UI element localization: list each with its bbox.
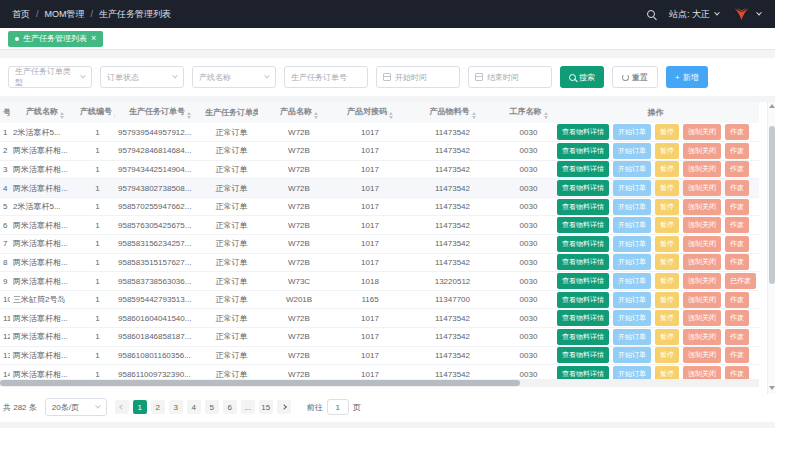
- next-page-button[interactable]: [277, 400, 291, 414]
- tab-production-task-list[interactable]: 生产任务管理列表 ×: [8, 31, 103, 47]
- pause-button[interactable]: 暂停: [655, 199, 679, 215]
- void-button[interactable]: 作废: [725, 329, 749, 345]
- view-material-details-button[interactable]: 查看物料详情: [557, 347, 609, 363]
- horizontal-scrollbar-thumb[interactable]: [0, 380, 520, 386]
- force-close-button[interactable]: 强制关闭: [683, 329, 721, 345]
- sort-icon[interactable]: [60, 112, 64, 119]
- table-row[interactable]: 12 两米活塞杆相... 1 958601846858187... 正常订单 W…: [0, 328, 759, 347]
- view-material-details-button[interactable]: 查看物料详情: [557, 273, 609, 289]
- start-order-button[interactable]: 开始订单: [613, 199, 651, 215]
- force-close-button[interactable]: 强制关闭: [683, 161, 721, 177]
- pause-button[interactable]: 暂停: [655, 347, 679, 363]
- view-material-details-button[interactable]: 查看物料详情: [557, 199, 609, 215]
- pause-button[interactable]: 暂停: [655, 329, 679, 345]
- vertical-scrollbar[interactable]: [767, 102, 775, 394]
- user-menu[interactable]: [733, 7, 761, 22]
- sort-icon[interactable]: [389, 112, 393, 119]
- start-order-button[interactable]: 开始订单: [613, 347, 651, 363]
- page-button-2[interactable]: 2: [151, 400, 165, 414]
- table-row[interactable]: 14 两米活塞杆相... 1 958611009732390... 正常订单 W…: [0, 365, 759, 379]
- page-button-3[interactable]: 3: [169, 400, 183, 414]
- pause-button[interactable]: 暂停: [655, 161, 679, 177]
- start-order-button[interactable]: 开始订单: [613, 292, 651, 308]
- force-close-button[interactable]: 强制关闭: [683, 292, 721, 308]
- view-material-details-button[interactable]: 查看物料详情: [557, 217, 609, 233]
- force-close-button[interactable]: 强制关闭: [683, 310, 721, 326]
- end-time-field[interactable]: [468, 66, 552, 88]
- start-time-input[interactable]: [395, 73, 453, 82]
- table-row[interactable]: 11 两米活塞杆相... 1 958601604041540... 正常订单 W…: [0, 309, 759, 328]
- start-order-button[interactable]: 开始订单: [613, 329, 651, 345]
- site-selector[interactable]: 站点: 大正: [669, 8, 719, 21]
- sort-icon[interactable]: [544, 112, 548, 119]
- sort-icon[interactable]: [314, 112, 318, 119]
- col-product-name[interactable]: 产品名称: [258, 102, 340, 123]
- col-product-dock-code[interactable]: 产品对接码: [340, 102, 400, 123]
- void-button[interactable]: 作废: [725, 236, 749, 252]
- pause-button[interactable]: 暂停: [655, 217, 679, 233]
- page-button-5[interactable]: 5: [205, 400, 219, 414]
- add-button[interactable]: + 新增: [666, 66, 708, 88]
- page-button-4[interactable]: 4: [187, 400, 201, 414]
- col-line-code[interactable]: 产线编号: [80, 102, 115, 123]
- start-order-button[interactable]: 开始订单: [613, 217, 651, 233]
- start-order-button[interactable]: 开始订单: [613, 366, 651, 379]
- start-order-button[interactable]: 开始订单: [613, 161, 651, 177]
- start-order-button[interactable]: 开始订单: [613, 273, 651, 289]
- table-row[interactable]: 3 两米活塞杆相... 1 957943442514904... 正常订单 W7…: [0, 160, 759, 179]
- sort-icon[interactable]: [114, 112, 115, 119]
- breadcrumb-home[interactable]: 首页: [12, 8, 30, 21]
- force-close-button[interactable]: 强制关闭: [683, 273, 721, 289]
- order-no-input[interactable]: [291, 73, 361, 82]
- end-time-input[interactable]: [487, 73, 545, 82]
- force-close-button[interactable]: 强制关闭: [683, 124, 721, 140]
- pause-button[interactable]: 暂停: [655, 366, 679, 379]
- line-name-select[interactable]: 产线名称: [192, 66, 276, 88]
- start-order-button[interactable]: 开始订单: [613, 254, 651, 270]
- pause-button[interactable]: 暂停: [655, 143, 679, 159]
- order-type-select[interactable]: 生产任务订单类型: [8, 66, 92, 88]
- force-close-button[interactable]: 强制关闭: [683, 254, 721, 270]
- force-close-button[interactable]: 强制关闭: [683, 143, 721, 159]
- force-close-button[interactable]: 强制关闭: [683, 366, 721, 379]
- void-button[interactable]: 作废: [725, 217, 749, 233]
- reset-button[interactable]: 重置: [612, 66, 658, 88]
- force-close-button[interactable]: 强制关闭: [683, 217, 721, 233]
- table-row[interactable]: 7 两米活塞杆相... 1 958583156234257... 正常订单 W7…: [0, 235, 759, 254]
- start-order-button[interactable]: 开始订单: [613, 310, 651, 326]
- void-button[interactable]: 作废: [725, 199, 749, 215]
- view-material-details-button[interactable]: 查看物料详情: [557, 124, 609, 140]
- table-row[interactable]: 8 两米活塞杆相... 1 958583515157627... 正常订单 W7…: [0, 253, 759, 272]
- col-line-name[interactable]: 产线名称: [10, 102, 80, 123]
- table-row[interactable]: 5 2米活塞杆5... 1 958570255947662... 正常订单 W7…: [0, 197, 759, 216]
- force-close-button[interactable]: 强制关闭: [683, 199, 721, 215]
- view-material-details-button[interactable]: 查看物料详情: [557, 366, 609, 379]
- start-time-field[interactable]: [376, 66, 460, 88]
- table-row[interactable]: 10 三米缸筒2号岛 1 958595442793513... 正常订单 W20…: [0, 290, 759, 309]
- sort-icon[interactable]: [472, 112, 476, 119]
- prev-page-button[interactable]: [115, 400, 129, 414]
- void-button[interactable]: 作废: [725, 310, 749, 326]
- view-material-details-button[interactable]: 查看物料详情: [557, 254, 609, 270]
- page-button-6[interactable]: 6: [223, 400, 237, 414]
- start-order-button[interactable]: 开始订单: [613, 180, 651, 196]
- pause-button[interactable]: 暂停: [655, 310, 679, 326]
- start-order-button[interactable]: 开始订单: [613, 143, 651, 159]
- page-button-15[interactable]: 15: [259, 400, 273, 414]
- page-button-1[interactable]: 1: [133, 400, 147, 414]
- void-button[interactable]: 作废: [725, 254, 749, 270]
- start-order-button[interactable]: 开始订单: [613, 124, 651, 140]
- search-icon[interactable]: [647, 10, 655, 18]
- breadcrumb-mom[interactable]: MOM管理: [45, 8, 85, 21]
- force-close-button[interactable]: 强制关闭: [683, 347, 721, 363]
- start-order-button[interactable]: 开始订单: [613, 236, 651, 252]
- col-order-no[interactable]: 生产任务订单号: [115, 102, 205, 123]
- view-material-details-button[interactable]: 查看物料详情: [557, 329, 609, 345]
- order-status-select[interactable]: 订单状态: [100, 66, 184, 88]
- scroll-down-icon[interactable]: [769, 386, 775, 390]
- pager-ellipsis[interactable]: ...: [241, 400, 255, 414]
- page-size-select[interactable]: 20条/页: [45, 398, 107, 416]
- search-button[interactable]: 搜索: [560, 66, 604, 88]
- pause-button[interactable]: 暂停: [655, 124, 679, 140]
- close-icon[interactable]: ×: [91, 34, 96, 43]
